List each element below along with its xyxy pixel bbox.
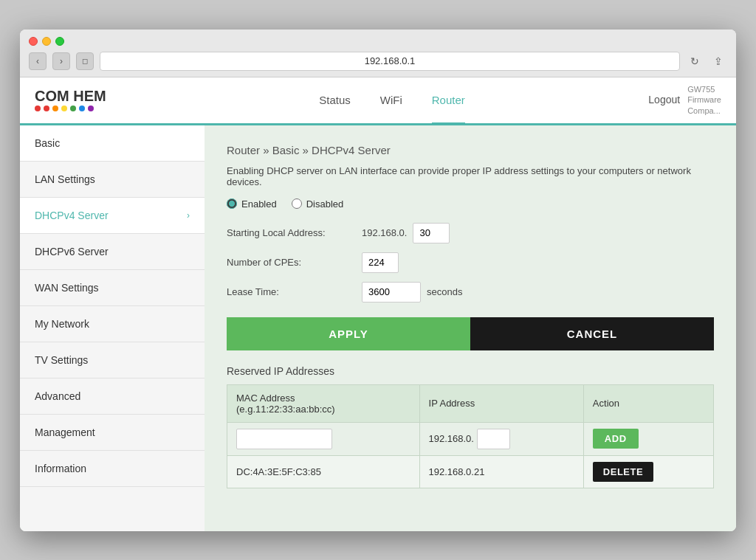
ip-prefix-text: 192.168.0. [362, 227, 407, 238]
logo-dot-3 [52, 106, 58, 111]
new-mac-input[interactable] [236, 429, 332, 449]
radio-enabled[interactable]: Enabled [227, 198, 277, 210]
sidebar-label-basic: Basic [35, 137, 60, 149]
ip-prefix-static: 192.168.0. [429, 433, 474, 444]
table-header-row: MAC Address (e.g.11:22:33:aa:bb:cc) IP A… [227, 384, 714, 422]
cpes-label: Number of CPEs: [227, 257, 356, 268]
top-nav: COM HEM Status WiFi Router Logout [20, 77, 736, 125]
starting-address-row: Starting Local Address: 192.168.0. [227, 223, 714, 243]
logo-dot-4 [61, 106, 67, 111]
reload-button[interactable]: ↻ [686, 52, 704, 70]
new-ip-suffix-input[interactable] [477, 429, 510, 449]
description: Enabling DHCP server on LAN interface ca… [227, 165, 714, 187]
cancel-button[interactable]: CANCEL [470, 317, 714, 350]
close-button[interactable] [29, 37, 38, 46]
table-row: DC:4A:3E:5F:C3:85 192.168.0.21 DELETE [227, 455, 714, 488]
logo-dot-6 [79, 106, 85, 111]
sidebar-item-management[interactable]: Management [20, 415, 205, 451]
delete-action-cell: DELETE [583, 455, 713, 488]
logo: COM HEM [35, 89, 106, 111]
chevron-right-icon: › [187, 210, 190, 221]
sidebar: Basic LAN Settings DHCPv4 Server › DHCPv… [20, 125, 205, 531]
lease-row: Lease Time: seconds [227, 282, 714, 303]
firmware-info: GW755 Firmware Compa... [687, 84, 721, 116]
logo-dots [35, 106, 106, 111]
address-text: 192.168.0.1 [365, 55, 416, 66]
button-row: APPLY CANCEL [227, 317, 714, 350]
add-action-cell: ADD [583, 422, 713, 455]
app: COM HEM Status WiFi Router Logout [20, 77, 736, 531]
logo-dot-5 [70, 106, 76, 111]
share-button[interactable]: ⇪ [709, 52, 727, 70]
content-panel: Router » Basic » DHCPv4 Server Enabling … [205, 125, 736, 531]
browser-chrome: ‹ › ◻ 192.168.0.1 ↻ ⇪ [20, 30, 736, 77]
traffic-lights [29, 37, 727, 46]
sidebar-item-my-network[interactable]: My Network [20, 306, 205, 342]
cpes-row: Number of CPEs: [227, 252, 714, 273]
address-bar[interactable]: 192.168.0.1 [100, 52, 680, 71]
sidebar-item-tv[interactable]: TV Settings [20, 342, 205, 378]
mac-cell: DC:4A:3E:5F:C3:85 [227, 455, 420, 488]
sidebar-item-dhcpv4[interactable]: DHCPv4 Server › [20, 198, 205, 234]
delete-button[interactable]: DELETE [593, 462, 653, 482]
lease-suffix: seconds [427, 286, 462, 297]
radio-disabled-label: Disabled [306, 198, 344, 210]
apply-button[interactable]: APPLY [227, 317, 470, 350]
main-content: Basic LAN Settings DHCPv4 Server › DHCPv… [20, 125, 736, 531]
browser-window: ‹ › ◻ 192.168.0.1 ↻ ⇪ COM HEM [20, 30, 736, 531]
col-ip: IP Address [419, 384, 583, 422]
sidebar-item-advanced[interactable]: Advanced [20, 378, 205, 415]
col-action: Action [583, 384, 713, 422]
firmware-label: GW755 [687, 84, 721, 94]
sidebar-label-my-network: My Network [35, 318, 89, 330]
logout-button[interactable]: Logout [648, 94, 680, 106]
sidebar-label-dhcpv6: DHCPv6 Server [35, 246, 109, 257]
mac-value: DC:4A:3E:5F:C3:85 [236, 466, 321, 477]
tab-button[interactable]: ◻ [76, 52, 94, 70]
sidebar-item-information[interactable]: Information [20, 451, 205, 487]
radio-disabled[interactable]: Disabled [292, 198, 344, 210]
sidebar-label-information: Information [35, 463, 86, 474]
sidebar-item-lan-settings[interactable]: LAN Settings [20, 162, 205, 198]
sidebar-label-management: Management [35, 426, 95, 438]
radio-disabled-input[interactable] [292, 198, 302, 209]
col-mac: MAC Address (e.g.11:22:33:aa:bb:cc) [227, 384, 420, 422]
nav-wifi[interactable]: WiFi [380, 77, 402, 125]
logo-dot-7 [88, 106, 94, 111]
logo-text: COM HEM [35, 89, 106, 103]
radio-enabled-label: Enabled [241, 198, 277, 210]
forward-button[interactable]: › [52, 52, 70, 70]
new-mac-cell [227, 422, 420, 455]
new-ip-cell: 192.168.0. [419, 422, 583, 455]
firmware-compat: Compa... [687, 106, 721, 116]
minimize-button[interactable] [42, 37, 51, 46]
firmware-sub: Firmware [687, 94, 721, 105]
sidebar-label-tv: TV Settings [35, 354, 88, 366]
sidebar-label-wan: WAN Settings [35, 282, 99, 294]
lease-input[interactable] [362, 282, 421, 303]
nav-right: Logout GW755 Firmware Compa... [648, 84, 721, 116]
ip-input-group: 192.168.0. [429, 429, 574, 449]
reserved-section-title: Reserved IP Addresses [227, 365, 714, 377]
breadcrumb: Router » Basic » DHCPv4 Server [227, 144, 714, 156]
logo-dot-1 [35, 106, 41, 111]
ip-value: 192.168.0.21 [429, 466, 485, 477]
radio-enabled-input[interactable] [227, 198, 237, 209]
nav-router[interactable]: Router [432, 77, 465, 125]
back-button[interactable]: ‹ [29, 52, 47, 70]
add-button[interactable]: ADD [593, 429, 639, 449]
nav-links: Status WiFi Router [136, 77, 649, 122]
cpes-input[interactable] [362, 252, 399, 273]
lease-label: Lease Time: [227, 286, 356, 297]
sidebar-item-dhcpv6[interactable]: DHCPv6 Server [20, 234, 205, 270]
sidebar-item-wan[interactable]: WAN Settings [20, 270, 205, 306]
starting-address-input[interactable] [413, 223, 450, 243]
browser-toolbar: ‹ › ◻ 192.168.0.1 ↻ ⇪ [29, 52, 727, 71]
sidebar-label-advanced: Advanced [35, 390, 80, 402]
maximize-button[interactable] [55, 37, 64, 46]
ip-cell: 192.168.0.21 [419, 455, 583, 488]
sidebar-item-basic[interactable]: Basic [20, 125, 205, 162]
sidebar-label-lan: LAN Settings [35, 173, 95, 185]
nav-status[interactable]: Status [319, 77, 351, 125]
reserved-ip-table: MAC Address (e.g.11:22:33:aa:bb:cc) IP A… [227, 384, 714, 488]
